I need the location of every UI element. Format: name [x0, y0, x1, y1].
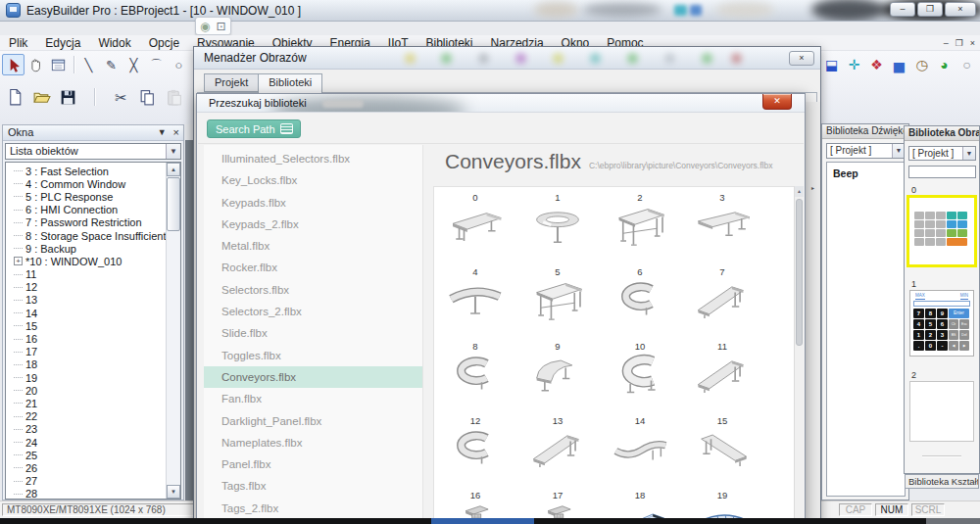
object-properties[interactable]	[47, 54, 70, 75]
menu-item[interactable]: Opcje	[140, 36, 188, 50]
picture-item-thumbnail-empty[interactable]	[909, 381, 974, 442]
compile-status-icon[interactable]: ◉	[200, 20, 210, 33]
library-list-item[interactable]: Fan.flbx	[204, 388, 422, 409]
library-list-item[interactable]: Rocker.flbx	[204, 257, 422, 278]
window-tree-item[interactable]: +26	[6, 461, 180, 474]
window-tree-item[interactable]: +13	[6, 294, 180, 307]
window-tree-item[interactable]: +8 : Storage Space Insufficient	[6, 229, 180, 242]
library-list-item[interactable]: Keypads.flbx	[204, 192, 422, 214]
restore-button[interactable]: ❐	[917, 2, 943, 17]
shape-library-tab[interactable]: Biblioteka Kształt...	[905, 474, 979, 489]
menu-item[interactable]: Plik	[0, 36, 36, 50]
sep[interactable]	[70, 54, 77, 75]
window-tree-item[interactable]: +7 : Password Restriction	[6, 216, 180, 229]
library-image-item[interactable]: 7	[681, 263, 763, 338]
image-manager-close-button[interactable]: ×	[789, 51, 814, 66]
save-file[interactable]	[55, 84, 81, 111]
library-list-item[interactable]: Selectors_2.flbx	[204, 301, 422, 322]
chevron-down-icon[interactable]: ▼	[962, 147, 975, 160]
open-file[interactable]	[28, 84, 55, 111]
sound-list-item[interactable]: Beep	[827, 163, 905, 184]
expand-icon[interactable]: +	[14, 257, 23, 265]
pie-chart-object[interactable]: ◕	[933, 54, 956, 75]
meter-object[interactable]: ◷	[910, 54, 933, 75]
library-image-item[interactable]: 2	[599, 189, 681, 263]
tree-scrollbar[interactable]: ▲ ▼	[166, 163, 180, 499]
library-image-item[interactable]: 6	[599, 263, 681, 338]
move-shape-object[interactable]: ✛	[843, 54, 865, 75]
multi-state-object[interactable]: ❖	[865, 54, 888, 75]
search-path-button[interactable]: Search Path	[207, 119, 301, 138]
library-image-item[interactable]: 13	[516, 412, 599, 487]
window-tree-item[interactable]: +21	[6, 397, 180, 409]
window-tree-item[interactable]: +6 : HMI Connection	[6, 204, 180, 216]
library-list-item[interactable]: Tags_2.flbx	[204, 498, 422, 519]
sound-library-dropdown[interactable]: [ Projekt ] ▼	[826, 143, 906, 159]
window-tree-item[interactable]: +18	[6, 358, 180, 371]
window-tree-item[interactable]: +9 : Backup	[6, 242, 180, 255]
library-image-item[interactable]: 9	[516, 338, 599, 412]
library-image-item[interactable]: 11	[681, 338, 763, 412]
library-list-item[interactable]: Metal.flbx	[204, 235, 422, 257]
window-tree-item[interactable]: +5 : PLC Response	[6, 190, 180, 203]
ascii-display-object[interactable]: ⬓	[820, 54, 843, 75]
window-tree-item[interactable]: +3 : Fast Selection	[6, 165, 180, 177]
minimize-button[interactable]: –	[890, 2, 915, 17]
window-tree-item[interactable]: +*10 : WINDOW_010	[6, 255, 180, 267]
library-image-item[interactable]: 12	[434, 412, 516, 487]
menu-item[interactable]: Widok	[89, 36, 139, 50]
grid-scrollbar[interactable]: ▲	[794, 186, 804, 523]
pan-tool[interactable]	[24, 54, 47, 75]
scroll-up-icon[interactable]: ▲	[167, 163, 180, 176]
library-list-item[interactable]: Slide.flbx	[204, 322, 422, 344]
object-list-dropdown[interactable]: Lista obiektów ▼	[5, 143, 181, 160]
library-list-item[interactable]: Panel.flbx	[204, 453, 422, 475]
library-list-item[interactable]: Keypads_2.flbx	[204, 214, 422, 235]
mdi-minimize-button[interactable]: –	[944, 38, 949, 48]
window-tree-item[interactable]: +22	[6, 410, 180, 423]
library-list-item[interactable]: Illuminated_Selectors.flbx	[204, 148, 422, 169]
window-tree-item[interactable]: +28	[6, 488, 180, 500]
library-image-item[interactable]: 8	[434, 338, 516, 412]
arc-tool[interactable]: ⌒	[145, 54, 168, 75]
library-list-item[interactable]: Conveyors.flbx	[204, 366, 422, 388]
line-tool[interactable]: ╲	[77, 54, 100, 75]
library-list-item[interactable]: Toggles.flbx	[204, 345, 422, 366]
library-image-item[interactable]: 15	[681, 412, 763, 487]
manager-tab[interactable]: Biblioteki	[258, 73, 322, 94]
close-button[interactable]: ×	[945, 2, 976, 17]
window-tree-item[interactable]: +15	[6, 319, 180, 332]
window-tree-item[interactable]: +23	[6, 423, 180, 436]
circle-state-object[interactable]: ○	[956, 54, 978, 75]
new-file[interactable]	[2, 84, 28, 111]
window-tree-item[interactable]: +20	[6, 384, 180, 397]
bar-graph-object[interactable]: ▅	[888, 54, 910, 75]
window-tree-item[interactable]: +14	[6, 307, 180, 319]
library-image-item[interactable]: 1	[516, 189, 599, 263]
window-tree-item[interactable]: +25	[6, 449, 180, 461]
mdi-close-button[interactable]: ×	[970, 38, 975, 48]
paste[interactable]	[161, 84, 187, 111]
scroll-up-icon[interactable]: ▲	[795, 186, 804, 197]
picture-state-combo[interactable]	[908, 166, 976, 178]
image-manager-scroll-strip[interactable]: ▸	[805, 102, 820, 523]
library-image-item[interactable]: 3	[681, 189, 763, 263]
polyline-tool[interactable]: ╳	[122, 54, 145, 75]
window-tree-item[interactable]: +24	[6, 436, 180, 449]
library-list-item[interactable]: Darklight_Panel.flbx	[204, 410, 422, 432]
picture-library-dropdown[interactable]: [ Projekt ] ▼	[908, 146, 976, 161]
chevron-down-icon[interactable]: ▼	[166, 144, 180, 159]
window-tree-item[interactable]: +19	[6, 371, 180, 384]
library-image-item[interactable]: 0	[434, 189, 516, 263]
library-image-item[interactable]: 14	[599, 412, 681, 487]
library-image-item[interactable]: 10	[599, 338, 681, 412]
circle-tool[interactable]: ○	[168, 54, 190, 75]
library-list-item[interactable]: Selectors.flbx	[204, 279, 422, 301]
dialog-close-button[interactable]: ✕	[762, 94, 792, 110]
picture-item-thumbnail-selected[interactable]	[906, 195, 977, 267]
simulation-window-icon[interactable]: ⊡	[216, 20, 225, 33]
library-image-item[interactable]: 5	[516, 263, 599, 338]
menu-item[interactable]: Edycja	[36, 36, 89, 50]
library-list-item[interactable]: Tags.flbx	[204, 475, 422, 497]
window-tree-item[interactable]: +11	[6, 268, 180, 281]
